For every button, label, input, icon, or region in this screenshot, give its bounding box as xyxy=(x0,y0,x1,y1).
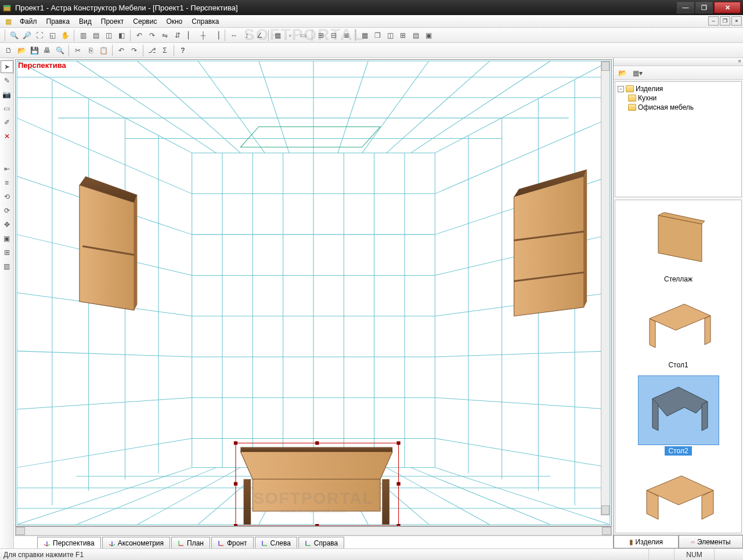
delete-tool-icon[interactable]: ✕ xyxy=(1,130,13,143)
mdi-close-button[interactable]: × xyxy=(731,16,742,26)
window-tile-icon[interactable]: ▦ xyxy=(358,29,371,42)
scale-tool-icon[interactable]: ▣ xyxy=(1,232,13,245)
dim-horizontal-icon[interactable]: ↔ xyxy=(228,29,240,42)
group-icon[interactable]: ⊞ xyxy=(315,29,327,42)
snap-point-icon[interactable]: ▫ xyxy=(284,29,297,42)
window-split-icon[interactable]: ⊞ xyxy=(396,29,409,42)
dim-angle-icon[interactable]: ∠ xyxy=(253,29,266,42)
view-top-icon[interactable]: ▤ xyxy=(89,29,102,42)
catalog-view-icon[interactable]: ▦▾ xyxy=(631,67,644,80)
scene-cabinet-left[interactable] xyxy=(80,176,137,310)
help-icon[interactable]: ? xyxy=(176,44,189,57)
menu-project[interactable]: Проект xyxy=(96,16,129,27)
rect-tool-icon[interactable]: ▭ xyxy=(1,102,13,115)
snap-edge-icon[interactable]: ▭ xyxy=(297,29,309,42)
measure-tool-icon[interactable]: ✎ xyxy=(1,74,13,87)
menu-service[interactable]: Сервис xyxy=(128,16,161,27)
view-tab-2[interactable]: План xyxy=(171,537,210,548)
catalog-item-3[interactable] xyxy=(618,461,739,533)
pan-icon[interactable]: ✋ xyxy=(59,29,71,42)
align-tool-icon[interactable]: ⇤ xyxy=(1,162,13,175)
minimize-button[interactable]: — xyxy=(677,2,694,13)
menu-help[interactable]: Справка xyxy=(187,16,223,27)
window-max-icon[interactable]: ▣ xyxy=(422,29,435,42)
catalog-item-1[interactable]: Стол1 xyxy=(618,290,739,370)
pointer-tool-icon[interactable]: ➤ xyxy=(1,60,13,73)
close-button[interactable]: ✕ xyxy=(714,2,741,13)
panel-tool-icon[interactable]: ▥ xyxy=(1,260,13,273)
view-tab-4[interactable]: Слева xyxy=(255,537,297,548)
window-cascade-icon[interactable]: ❐ xyxy=(371,29,384,42)
ungroup-icon[interactable]: ⊟ xyxy=(327,29,340,42)
view-tab-0[interactable]: Перспектива xyxy=(37,537,101,548)
rotate-right-icon[interactable]: ↷ xyxy=(146,29,158,42)
scene-cabinet-right[interactable] xyxy=(514,169,587,316)
view-perspective-icon[interactable]: ▥ xyxy=(77,29,89,42)
menu-edit[interactable]: Правка xyxy=(42,16,75,27)
paste-icon[interactable]: 📋 xyxy=(97,44,110,57)
view-front-icon[interactable]: ◫ xyxy=(102,29,115,42)
mirror-tool-icon[interactable]: ⟳ xyxy=(1,204,13,217)
view-tab-3[interactable]: Фронт xyxy=(211,537,254,548)
move-tool-icon[interactable]: ✥ xyxy=(1,218,13,231)
zoom-in-icon[interactable]: 🔍 xyxy=(8,29,20,42)
copy-icon[interactable]: ⎘ xyxy=(84,44,97,57)
view-tab-1[interactable]: Аксонометрия xyxy=(102,537,170,548)
viewport-scrollbar-h[interactable] xyxy=(15,526,612,536)
edit-tool-icon[interactable]: ✐ xyxy=(1,116,13,129)
maximize-button[interactable]: ❐ xyxy=(695,2,713,13)
view-side-icon[interactable]: ◧ xyxy=(115,29,128,42)
side-tab-0[interactable]: ▮Изделия xyxy=(614,535,679,548)
mdi-doc-icon[interactable]: ▦ xyxy=(3,17,13,26)
align-center-icon[interactable]: ┼ xyxy=(197,29,210,42)
tree-child-1[interactable]: Офисная мебель xyxy=(618,103,739,112)
zoom-out-icon[interactable]: 🔎 xyxy=(20,29,33,42)
new-icon[interactable]: 🗋 xyxy=(2,44,15,57)
window-grid-icon[interactable]: ▤ xyxy=(409,29,422,42)
array-tool-icon[interactable]: ⊞ xyxy=(1,246,13,259)
catalog-list[interactable]: СтеллажСтол1Стол2 xyxy=(615,200,742,533)
catalog-tree[interactable]: − Изделия Кухни Офисная мебель xyxy=(615,81,742,197)
tree-icon[interactable]: ⎇ xyxy=(146,44,158,57)
viewport-3d[interactable]: Перспектива xyxy=(15,59,612,526)
menu-view[interactable]: Вид xyxy=(74,16,96,27)
menu-file[interactable]: Файл xyxy=(15,16,42,27)
mdi-restore-button[interactable]: ❐ xyxy=(720,16,730,26)
redo-icon[interactable]: ↷ xyxy=(128,44,140,57)
save-icon[interactable]: 💾 xyxy=(28,44,41,57)
catalog-open-icon[interactable]: 📂 xyxy=(616,67,629,80)
flip-v-icon[interactable]: ⇵ xyxy=(171,29,184,42)
undo-icon[interactable]: ↶ xyxy=(115,44,128,57)
zoom-fit-icon[interactable]: ⛶ xyxy=(33,29,46,42)
flip-h-icon[interactable]: ⇋ xyxy=(158,29,171,42)
print-icon[interactable]: 🖶 xyxy=(41,44,53,57)
rotate-tool-icon[interactable]: ⟲ xyxy=(1,190,13,203)
distribute-tool-icon[interactable]: ≡ xyxy=(1,176,13,189)
tree-root[interactable]: − Изделия xyxy=(618,84,739,93)
window-arrange-icon[interactable]: ◫ xyxy=(384,29,396,42)
align-right-icon[interactable]: ▕ xyxy=(210,29,222,42)
open-icon[interactable]: 📂 xyxy=(15,44,28,57)
dim-vertical-icon[interactable]: ↕ xyxy=(240,29,253,42)
catalog-item-2[interactable]: Стол2 xyxy=(618,375,739,456)
mdi-minimize-button[interactable]: – xyxy=(708,16,719,26)
camera-tool-icon[interactable]: 📷 xyxy=(1,88,13,101)
align-left-icon[interactable]: ▏ xyxy=(184,29,197,42)
tree-child-0[interactable]: Кухни xyxy=(618,93,739,103)
report-icon[interactable]: Σ xyxy=(158,44,171,57)
zoom-window-icon[interactable]: ◱ xyxy=(46,29,59,42)
catalog-item-0[interactable]: Стеллаж xyxy=(618,204,739,284)
menu-window[interactable]: Окно xyxy=(161,16,187,27)
tree-expand-icon[interactable]: − xyxy=(618,86,624,92)
rotate-left-icon[interactable]: ↶ xyxy=(133,29,146,42)
side-panel-close-icon[interactable]: × xyxy=(738,58,741,64)
print-preview-icon[interactable]: 🔍 xyxy=(53,44,66,57)
cut-icon[interactable]: ✂ xyxy=(71,44,84,57)
side-tab-1[interactable]: ⎓Элементы xyxy=(679,535,744,548)
snap-grid-icon[interactable]: ▦ xyxy=(271,29,284,42)
view-tab-5[interactable]: Справа xyxy=(298,537,344,548)
layer-icon[interactable]: ≣ xyxy=(340,29,353,42)
scene-desk-selected[interactable] xyxy=(234,441,401,526)
svg-rect-77 xyxy=(253,479,380,511)
viewport-scrollbar-v[interactable] xyxy=(601,61,610,515)
